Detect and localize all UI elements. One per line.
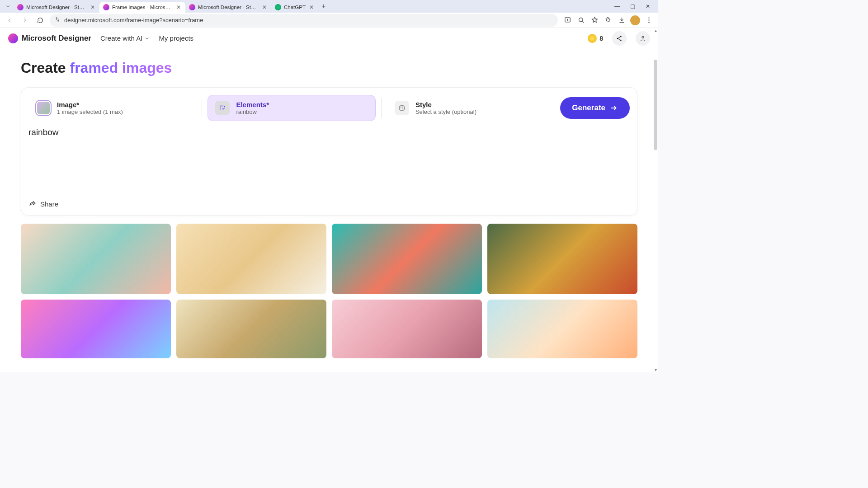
window-maximize-button[interactable]: ▢ [625,0,640,13]
site-info-icon[interactable] [54,16,61,24]
gallery-tile[interactable] [487,224,637,294]
main-area: Create framed images Image* 1 image sele… [0,49,658,216]
gallery-tile[interactable] [332,224,482,294]
credits-counter[interactable]: 8 [588,34,603,43]
window-minimize-button[interactable]: — [609,0,625,13]
page-title: Create framed images [21,60,637,76]
browser-tab[interactable]: Microsoft Designer - Stunning ✕ [14,2,99,13]
image-thumbnail-icon [36,101,51,115]
svg-point-15 [402,108,403,109]
puzzle-icon [604,16,612,24]
tab-title: Microsoft Designer - Stunning [198,5,259,10]
bookmark-button[interactable] [589,14,600,26]
designer-favicon-icon [103,4,109,10]
nav-my-projects[interactable]: My projects [159,34,193,42]
browser-tab[interactable]: ChatGPT ✕ [271,2,318,13]
tab-close-button[interactable]: ✕ [308,4,315,10]
svg-point-3 [579,18,583,22]
nav-label: Create with AI [100,34,142,42]
window-close-button[interactable]: ✕ [640,0,656,13]
tab-close-button[interactable]: ✕ [261,4,268,10]
install-icon [564,16,571,24]
option-subtitle: rainbow [236,108,269,115]
share-label: Share [40,200,58,208]
page-content: Microsoft Designer Create with AI My pro… [0,28,658,372]
option-divider [202,99,202,117]
svg-point-5 [648,19,649,20]
browser-tabstrip: Microsoft Designer - Stunning ✕ Frame im… [0,0,658,13]
page-title-prefix: Create [21,60,70,76]
nav-create-with-ai[interactable]: Create with AI [100,34,150,42]
svg-point-12 [399,105,405,111]
nav-back-button[interactable] [4,14,15,26]
extensions-button[interactable] [602,14,614,26]
option-label: Elements* [236,101,269,108]
gallery-tile[interactable] [176,300,326,358]
account-button[interactable] [636,31,650,46]
star-icon [591,16,599,24]
profile-button[interactable] [629,14,641,26]
scroll-thumb[interactable] [654,60,657,150]
svg-point-14 [402,107,403,108]
examples-gallery [21,224,637,358]
kebab-icon [645,16,653,24]
share-nodes-icon [616,35,623,42]
option-divider [381,99,382,117]
generate-label: Generate [572,103,605,113]
option-row: Image* 1 image selected (1 max) Elements… [28,95,630,121]
option-style[interactable]: Style Select a style (optional) [387,95,555,121]
url-text: designer.microsoft.com/frame-image?scena… [64,17,203,23]
arrow-right-icon [610,104,618,112]
svg-point-8 [620,36,622,37]
tab-close-button[interactable]: ✕ [90,4,96,10]
nav-reload-button[interactable] [34,14,46,26]
nav-forward-button[interactable] [19,14,31,26]
arrow-left-icon [6,17,13,24]
svg-point-1 [58,20,59,21]
new-tab-button[interactable]: + [318,0,329,13]
app-header: Microsoft Designer Create with AI My pro… [0,28,658,49]
svg-point-13 [401,107,401,108]
coin-icon [588,34,597,43]
svg-point-0 [56,18,57,19]
tab-title: Frame images - Microsoft Des [112,5,173,10]
gallery-tile[interactable] [332,300,482,358]
gallery-tile[interactable] [176,224,326,294]
prompt-card: Image* 1 image selected (1 max) Elements… [21,87,637,216]
tab-title: ChatGPT [284,5,306,10]
gallery-tile[interactable] [21,224,171,294]
svg-point-10 [642,36,644,38]
svg-point-6 [648,22,649,23]
elements-input[interactable] [28,127,630,195]
address-bar[interactable]: designer.microsoft.com/frame-image?scena… [50,14,558,27]
browser-tab[interactable]: Frame images - Microsoft Des ✕ [99,2,185,13]
gallery-tile[interactable] [487,300,637,358]
text-sparkle-icon [218,104,226,112]
page-title-highlight: framed images [70,60,172,76]
tab-search-dropdown[interactable] [3,0,14,13]
share-button[interactable]: Share [28,200,630,208]
option-label: Style [415,101,476,108]
scroll-up-icon[interactable]: ▴ [653,28,658,33]
option-elements[interactable]: Elements* rainbow [208,95,375,121]
gallery-tile[interactable] [21,300,171,358]
svg-point-9 [620,39,622,41]
option-image[interactable]: Image* 1 image selected (1 max) [28,95,196,121]
reload-icon [37,17,44,24]
zoom-button[interactable] [575,14,587,26]
person-icon [639,35,646,42]
option-subtitle: 1 image selected (1 max) [57,108,123,115]
tab-close-button[interactable]: ✕ [175,4,182,10]
chrome-menu-button[interactable] [643,14,655,26]
browser-tab[interactable]: Microsoft Designer - Stunning ✕ [185,2,271,13]
page-scrollbar[interactable]: ▴ ▾ [653,28,658,372]
share-network-button[interactable] [612,31,627,46]
install-app-button[interactable] [561,14,573,26]
generate-button[interactable]: Generate [560,97,630,119]
scroll-down-icon[interactable]: ▾ [653,367,658,372]
zoom-icon [577,16,585,24]
downloads-button[interactable] [616,14,627,26]
brand[interactable]: Microsoft Designer [8,33,91,43]
chatgpt-favicon-icon [275,4,281,10]
browser-toolbar: designer.microsoft.com/frame-image?scena… [0,13,658,28]
